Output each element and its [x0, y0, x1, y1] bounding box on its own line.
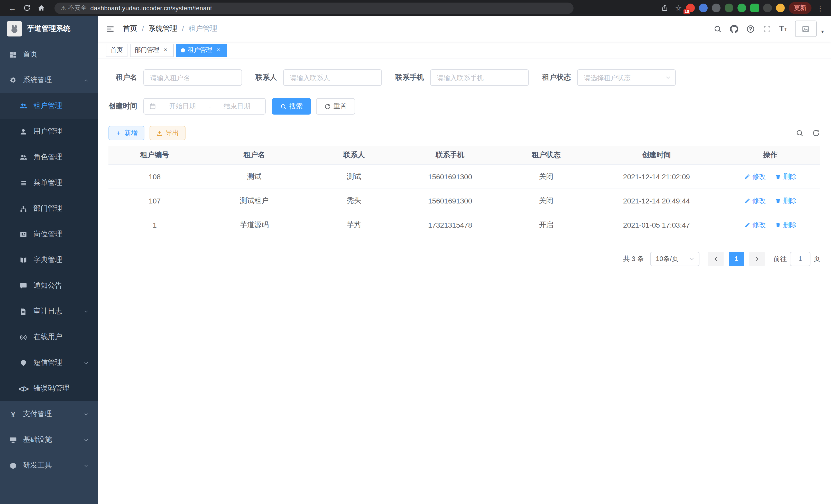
sidebar-item-dept[interactable]: 部门管理 [0, 196, 98, 221]
tag-tenant-active[interactable]: 租户管理× [176, 43, 227, 57]
edit-link[interactable]: 修改 [744, 220, 766, 229]
sidebar-item-dict[interactable]: 字典管理 [0, 247, 98, 273]
contact-label: 联系人 [255, 73, 283, 82]
sidebar-item-post[interactable]: 岗位管理 [0, 221, 98, 247]
sidebar-item-audit-log[interactable]: 审计日志 [0, 298, 98, 324]
export-button[interactable]: 导出 [149, 126, 185, 140]
breadcrumb-home[interactable]: 首页 [123, 24, 137, 33]
extension-icon-4[interactable] [725, 4, 733, 12]
navbar-actions: TT ▾ [713, 21, 831, 37]
edit-link[interactable]: 修改 [744, 196, 766, 205]
reset-button[interactable]: 重置 [316, 98, 355, 115]
user-avatar[interactable] [795, 21, 816, 37]
status-select-input[interactable] [577, 69, 676, 86]
date-end-placeholder[interactable]: 结束日期 [214, 102, 260, 111]
toggle-search-icon[interactable] [796, 129, 804, 137]
sidebar-item-payment[interactable]: ¥ 支付管理 [0, 401, 98, 427]
col-contact: 联系人 [308, 146, 400, 165]
next-page-button[interactable] [749, 251, 765, 266]
hamburger-icon[interactable] [98, 16, 123, 41]
help-question-icon[interactable] [746, 24, 755, 33]
extension-icon-5[interactable] [738, 4, 746, 12]
sidebar-item-devtools[interactable]: 研发工具 [0, 453, 98, 478]
mobile-input[interactable] [430, 69, 529, 86]
page-size-select[interactable]: 10条/页 [650, 251, 699, 266]
add-button[interactable]: ＋ 新增 [109, 126, 144, 140]
extension-icon-6[interactable] [750, 4, 759, 12]
date-start-placeholder[interactable]: 开始日期 [159, 102, 206, 111]
chevron-down-icon [689, 256, 695, 262]
search-button[interactable]: 搜索 [272, 98, 311, 115]
sidebar-item-notice[interactable]: 通知公告 [0, 273, 98, 298]
broken-image-icon [802, 25, 810, 33]
sidebar-submenu-system: 租户管理 用户管理 角色管理 菜单管理 部门管理 [0, 93, 98, 401]
browser-back-icon[interactable]: ← [6, 2, 19, 14]
extension-icon-7[interactable] [763, 4, 772, 12]
sidebar-item-role[interactable]: 角色管理 [0, 144, 98, 170]
bookmark-star-icon[interactable]: ☆ [675, 3, 682, 12]
sidebar-item-sms[interactable]: 短信管理 [0, 350, 98, 376]
sidebar-item-error-code[interactable]: </> 错误码管理 [0, 376, 98, 401]
sidebar-item-system[interactable]: 系统管理 [0, 67, 98, 93]
prev-page-button[interactable] [708, 251, 724, 266]
contact-input[interactable] [283, 69, 382, 86]
extension-icon-2[interactable] [699, 4, 708, 12]
goto-page-input[interactable] [790, 251, 810, 266]
breadcrumb-system[interactable]: 系统管理 [148, 24, 177, 33]
github-icon[interactable] [730, 24, 739, 33]
chrome-update-button[interactable]: 更新 [789, 2, 811, 14]
search-icon[interactable] [713, 24, 722, 33]
extension-icon-1[interactable]: 10 [686, 4, 695, 12]
delete-link[interactable]: 删除 [775, 220, 797, 229]
font-size-icon[interactable]: TT [779, 25, 787, 33]
tenant-name-input[interactable] [143, 69, 242, 86]
user-icon [19, 128, 28, 136]
refresh-table-icon[interactable] [812, 129, 820, 137]
browser-home-icon[interactable] [35, 2, 47, 14]
status-label: 租户状态 [542, 73, 577, 82]
sidebar-item-tenant[interactable]: 租户管理 [0, 93, 98, 119]
table-row: 108 测试 测试 15601691300 关闭 2021-12-14 21:0… [109, 165, 820, 188]
close-icon[interactable]: × [162, 47, 169, 54]
breadcrumb-current: 租户管理 [189, 24, 218, 33]
sidebar-item-label: 租户管理 [33, 101, 62, 111]
browser-reload-icon[interactable] [21, 2, 33, 14]
sidebar-item-infra[interactable]: 基础设施 [0, 427, 98, 453]
close-icon[interactable]: × [215, 47, 222, 54]
browser-menu-kebab-icon[interactable]: ⋮ [815, 4, 825, 12]
edit-link[interactable]: 修改 [744, 172, 766, 181]
app-logo[interactable]: 芋道管理系统 [0, 16, 98, 41]
sidebar-item-label: 首页 [23, 50, 37, 59]
table-header: 租户编号 租户名 联系人 联系手机 租户状态 创建时间 操作 [109, 146, 820, 165]
profile-avatar-icon[interactable] [776, 4, 785, 12]
chevron-down-icon [83, 437, 89, 443]
edit-label: 修改 [752, 220, 766, 229]
date-range-picker[interactable]: 开始日期 - 结束日期 [143, 98, 266, 115]
cell-tenant-id: 1 [109, 213, 201, 237]
tag-home[interactable]: 首页 [106, 43, 127, 57]
caret-down-icon[interactable]: ▾ [821, 29, 824, 37]
cell-created-at: 2021-12-14 20:49:44 [593, 188, 721, 213]
sidebar-item-home[interactable]: 首页 [0, 41, 98, 67]
address-bar[interactable]: ⚠不安全 dashboard.yudao.iocoder.cn/system/t… [55, 2, 574, 13]
filter-row-2: 创建时间 开始日期 - 结束日期 搜索 重置 [109, 98, 820, 115]
sidebar-item-menu[interactable]: 菜单管理 [0, 170, 98, 196]
sidebar-item-label: 审计日志 [33, 307, 62, 316]
tag-dept[interactable]: 部门管理× [130, 43, 174, 57]
sidebar-item-online-users[interactable]: 在线用户 [0, 324, 98, 350]
sidebar-item-user[interactable]: 用户管理 [0, 119, 98, 144]
security-warning[interactable]: ⚠不安全 [61, 4, 87, 12]
status-select[interactable] [577, 69, 676, 86]
share-icon[interactable] [659, 2, 671, 14]
fullscreen-icon[interactable] [763, 24, 771, 33]
app-title: 芋道管理系统 [27, 24, 70, 33]
cell-actions: 修改 删除 [720, 165, 820, 188]
delete-link[interactable]: 删除 [775, 172, 797, 181]
tenant-name-label: 租户名 [109, 73, 143, 82]
cell-tenant-name: 芋道源码 [201, 213, 308, 237]
delete-link[interactable]: 删除 [775, 196, 797, 205]
sms-shield-icon [19, 359, 28, 366]
trash-icon [775, 198, 781, 204]
page-button-1[interactable]: 1 [729, 251, 744, 266]
extension-icon-3[interactable] [712, 4, 720, 12]
